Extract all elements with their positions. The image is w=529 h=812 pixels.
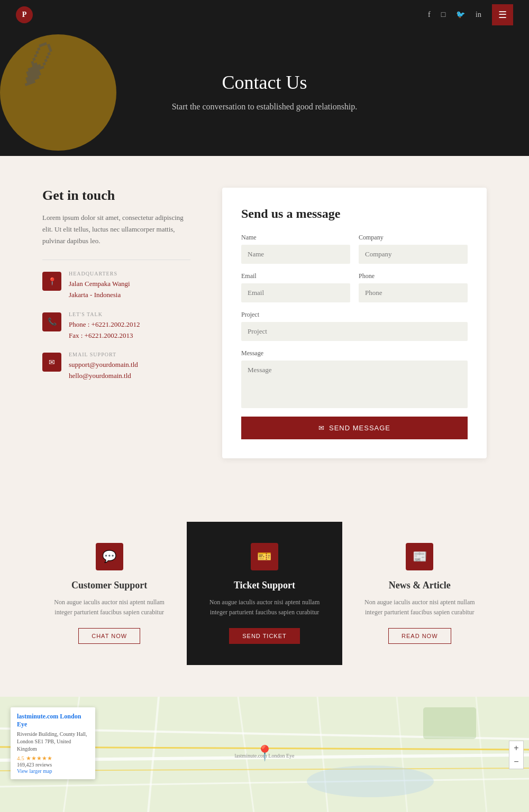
chat-now-button[interactable]: CHAT NOW	[78, 628, 140, 644]
form-row-name-company: Name Company	[241, 234, 468, 264]
map-section: lastminute.com London Eye lastminute.com…	[0, 697, 529, 812]
lets-talk-label: LET'S TALK	[69, 311, 140, 317]
customer-support-icon: 💬	[96, 543, 123, 570]
message-textarea[interactable]	[241, 361, 468, 408]
navbar-logo: P	[16, 6, 33, 23]
phone-icon: 📞	[42, 312, 61, 331]
read-now-button[interactable]: READ NOW	[388, 628, 451, 644]
customer-support-desc: Non augue iaculis auctor nisi aptent nul…	[48, 597, 171, 617]
map-popup-reviews: 169,423 reviews	[17, 762, 89, 768]
phone-group: Phone	[359, 272, 468, 302]
get-in-touch-panel: Get in touch Lorem ipsum dolor sit amet,…	[42, 188, 190, 458]
hero-section: 🖌 Contact Us Start the conversation to e…	[0, 29, 529, 156]
hero-text: Contact Us Start the conversation to est…	[172, 71, 358, 114]
hero-subtitle: Start the conversation to established go…	[172, 100, 358, 114]
support-section: 💬 Customer Support Non augue iaculis auc…	[0, 490, 529, 697]
ticket-support-desc: Non augue iaculis auctor nisi aptent nul…	[203, 597, 326, 617]
news-article-desc: Non augue iaculis auctor nisi aptent nul…	[358, 597, 481, 617]
contact-section: Get in touch Lorem ipsum dolor sit amet,…	[0, 156, 529, 490]
email-icon: ✉	[42, 353, 61, 372]
ticket-support-icon: 🎫	[251, 543, 278, 570]
chat-now-label: CHAT NOW	[92, 633, 127, 639]
project-label: Project	[241, 311, 468, 319]
send-ticket-label: SEND TICKET	[242, 633, 287, 639]
company-input[interactable]	[359, 245, 468, 264]
social-twitter[interactable]: 🐦	[456, 10, 465, 19]
email-group: Email	[241, 272, 350, 302]
news-article-title: News & Article	[389, 580, 451, 591]
social-linkedin[interactable]: in	[476, 11, 481, 19]
logo-icon: P	[16, 6, 33, 23]
hamburger-button[interactable]: ☰	[492, 4, 513, 25]
company-label: Company	[359, 234, 468, 242]
send-ticket-button[interactable]: SEND TICKET	[229, 628, 300, 644]
ticket-support-title: Ticket Support	[234, 580, 295, 591]
news-article-card: 📰 News & Article Non augue iaculis aucto…	[342, 522, 497, 665]
map-popup: lastminute.com London Eye Riverside Buil…	[11, 707, 95, 779]
message-group: Message	[241, 349, 468, 408]
form-row-message: Message	[241, 349, 468, 408]
phone-field[interactable]	[359, 283, 468, 302]
email-field-label: Email	[241, 272, 350, 280]
send-message-button[interactable]: ✉ SEND MESSAGE	[241, 417, 468, 439]
project-group: Project	[241, 311, 468, 341]
email-value: support@yourdomain.tldhello@yourdomain.t…	[69, 359, 138, 382]
name-label: Name	[241, 234, 350, 242]
map-zoom-in-button[interactable]: +	[509, 741, 523, 755]
customer-support-title: Customer Support	[71, 580, 147, 591]
headquarters-label: HEADQUARTERS	[69, 271, 130, 276]
get-in-touch-title: Get in touch	[42, 188, 190, 204]
email-support-label: EMAIL SUPPORT	[69, 352, 138, 357]
email-field[interactable]	[241, 283, 350, 302]
form-row-email-phone: Email Phone	[241, 272, 468, 302]
location-icon: 📍	[42, 272, 61, 291]
map-pin: 📍	[256, 744, 274, 762]
email-item: ✉ EMAIL SUPPORT support@yourdomain.tldhe…	[42, 352, 190, 382]
map-popup-link[interactable]: View larger map	[17, 768, 52, 774]
social-instagram[interactable]: □	[441, 11, 445, 19]
message-label: Message	[241, 349, 468, 357]
social-facebook[interactable]: f	[428, 11, 431, 19]
svg-rect-14	[423, 707, 476, 739]
map-popup-title: lastminute.com London Eye	[17, 713, 89, 728]
svg-point-12	[307, 765, 434, 797]
logo-letter: P	[22, 11, 27, 19]
phone-field-label: Phone	[359, 272, 468, 280]
contact-divider	[42, 260, 190, 260]
message-form-card: Send us a message Name Company Email Pho…	[222, 188, 487, 458]
map-zoom-out-button[interactable]: −	[509, 755, 523, 769]
hero-title: Contact Us	[172, 71, 358, 94]
news-article-icon: 📰	[406, 543, 433, 570]
phone-content: LET'S TALK Phone : +6221.2002.2012Fax : …	[69, 311, 140, 342]
send-icon: ✉	[318, 424, 325, 432]
ticket-support-card: 🎫 Ticket Support Non augue iaculis aucto…	[187, 522, 342, 665]
company-group: Company	[359, 234, 468, 264]
headquarters-item: 📍 HEADQUARTERS Jalan Cempaka WangiJakart…	[42, 271, 190, 301]
send-label: SEND MESSAGE	[329, 424, 390, 432]
map-popup-rating: 4.5 ★★★★★	[17, 755, 89, 762]
email-content: EMAIL SUPPORT support@yourdomain.tldhell…	[69, 352, 138, 382]
form-title: Send us a message	[241, 207, 468, 221]
map-popup-addr: Riverside Building, County Hall,London S…	[17, 731, 89, 753]
headquarters-content: HEADQUARTERS Jalan Cempaka WangiJakarta …	[69, 271, 130, 301]
get-in-touch-desc: Lorem ipsum dolor sit amet, consectetur …	[42, 212, 190, 247]
navbar: P f □ 🐦 in ☰	[0, 0, 529, 29]
read-now-label: READ NOW	[402, 633, 438, 639]
name-group: Name	[241, 234, 350, 264]
phone-item: 📞 LET'S TALK Phone : +6221.2002.2012Fax …	[42, 311, 190, 342]
name-input[interactable]	[241, 245, 350, 264]
navbar-social: f □ 🐦 in ☰	[428, 4, 513, 25]
map-placeholder: lastminute.com London Eye lastminute.com…	[0, 697, 529, 812]
form-row-project: Project	[241, 311, 468, 341]
map-zoom-controls: + −	[509, 741, 524, 769]
hamburger-icon: ☰	[498, 9, 507, 21]
headquarters-value: Jalan Cempaka WangiJakarta - Indonesia	[69, 279, 130, 301]
customer-support-card: 💬 Customer Support Non augue iaculis auc…	[32, 522, 187, 665]
phone-value: Phone : +6221.2002.2012Fax : +6221.2002.…	[69, 319, 140, 342]
project-input[interactable]	[241, 322, 468, 341]
